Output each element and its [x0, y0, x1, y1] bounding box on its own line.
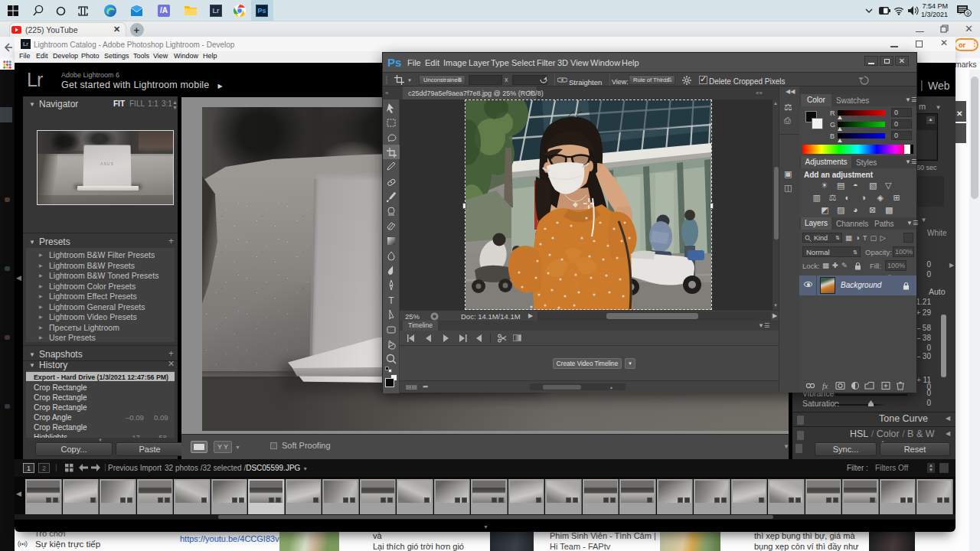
- svg-text:9: 9: [966, 10, 969, 17]
- svg-text:T: T: [388, 295, 394, 306]
- svg-text:fx: fx: [822, 382, 828, 390]
